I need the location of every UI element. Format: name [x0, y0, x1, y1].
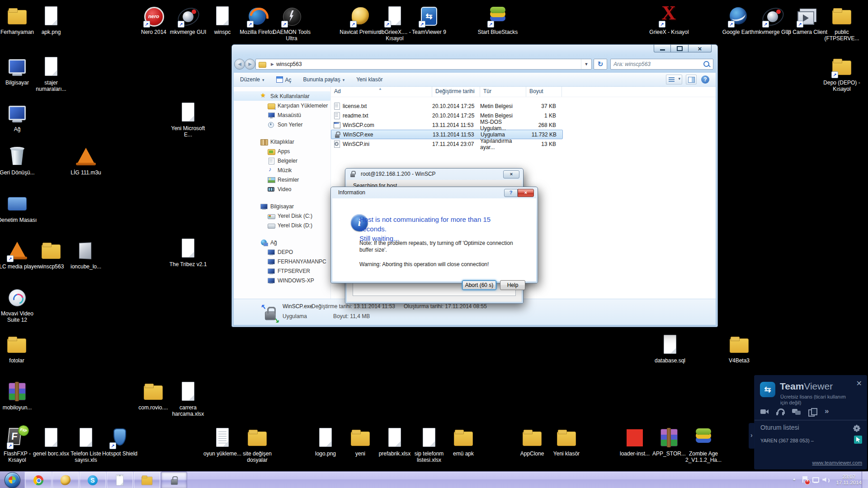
- desktop-icon[interactable]: DAEMON Tools Ultra: [270, 5, 313, 42]
- sidebar-item[interactable]: Resimler: [234, 175, 330, 184]
- desktop-icon[interactable]: apk.png: [29, 5, 73, 35]
- desktop-icon[interactable]: ioncube_lo...: [64, 239, 108, 270]
- taskbar-app[interactable]: [52, 472, 79, 488]
- sidebar-item[interactable]: DEPO: [234, 247, 330, 257]
- help-icon[interactable]: ?: [701, 75, 709, 84]
- column-header-type[interactable]: Tür: [480, 87, 526, 97]
- dialog-close-button[interactable]: ×: [518, 189, 534, 197]
- sidebar-item[interactable]: Belgeler: [234, 156, 330, 165]
- change-view-button[interactable]: [666, 75, 682, 84]
- column-header-size[interactable]: Boyut: [526, 87, 562, 97]
- desktop-icon[interactable]: TeamViewer 9: [407, 5, 451, 35]
- taskbar-app[interactable]: [80, 472, 106, 488]
- desktop-icon[interactable]: Geri Dönüşü...: [0, 145, 39, 176]
- teamviewer-close-icon[interactable]: ✕: [856, 379, 862, 388]
- sidebar-item[interactable]: FERHANYAMANPC: [234, 257, 330, 266]
- share-menu[interactable]: Bununla paylaş: [303, 76, 345, 83]
- abort-button[interactable]: Abort (60 s): [462, 280, 496, 290]
- sidebar-item[interactable]: Video: [234, 184, 330, 194]
- sidebar-item[interactable]: Son Yerler: [234, 120, 330, 129]
- clock[interactable]: 23:07 17.11.2014: [836, 474, 862, 486]
- desktop-icon[interactable]: The Tribez v2.1: [166, 237, 210, 267]
- desktop-icon[interactable]: database.sql: [648, 333, 692, 364]
- desktop-icon[interactable]: V4Beta3: [717, 333, 761, 364]
- open-button[interactable]: Aç: [276, 76, 292, 83]
- panel-collapse-tab[interactable]: [749, 423, 755, 449]
- maximize-button[interactable]: [671, 45, 688, 52]
- tray-expand-icon[interactable]: [791, 476, 798, 483]
- sidebar-item[interactable]: Yerel Disk (D:): [234, 221, 330, 230]
- new-folder-button[interactable]: Yeni klasör: [356, 76, 382, 83]
- sidebar-item[interactable]: Masaüstü: [234, 110, 330, 120]
- desktop-icon[interactable]: Denetim Masası: [0, 192, 39, 223]
- teamviewer-website-link[interactable]: www.teamviewer.com: [812, 460, 862, 465]
- file-row[interactable]: WinSCP.ini 17.11.2014 23:07 Yapılandırma…: [331, 139, 563, 149]
- desktop-icon[interactable]: Zombie Age 2_V1.1.2_Ha...: [682, 426, 725, 464]
- sidebar-item[interactable]: Karşıdan Yüklemeler: [234, 101, 330, 110]
- desktop-icon[interactable]: Movavi Video Suite 12: [0, 286, 39, 324]
- chat-icon[interactable]: [792, 408, 801, 415]
- sidebar-item[interactable]: Apps: [234, 146, 330, 156]
- desktop-icon[interactable]: fotolar: [0, 333, 38, 364]
- organize-menu[interactable]: Düzenle: [240, 76, 264, 83]
- sidebar-item[interactable]: Sık Kullanılanlar: [234, 91, 330, 101]
- minimize-button[interactable]: [654, 45, 671, 52]
- sidebar-item[interactable]: Kitaplıklar: [234, 137, 330, 146]
- desktop-icon[interactable]: Yeni Microsoft E...: [166, 101, 210, 138]
- desktop-icon[interactable]: Yeni klasör: [545, 426, 588, 457]
- breadcrumb[interactable]: winscp563: [276, 61, 302, 67]
- search-icon[interactable]: [702, 60, 711, 69]
- sidebar-item[interactable]: FTPSERVER: [234, 266, 330, 276]
- file-row[interactable]: readme.txt 20.10.2014 17:25 Metin Belges…: [331, 111, 563, 120]
- preview-pane-button[interactable]: [686, 75, 697, 84]
- close-button[interactable]: [688, 45, 712, 52]
- desktop-icon[interactable]: mobiloyun...: [0, 380, 39, 411]
- sidebar-item[interactable]: Ağ: [234, 238, 330, 247]
- sidebar-item[interactable]: Yerel Disk (C:): [234, 211, 330, 221]
- volume-icon[interactable]: [822, 476, 830, 484]
- taskbar-app[interactable]: [107, 472, 133, 488]
- desktop-icon[interactable]: stajer numaraları...: [29, 55, 73, 93]
- sidebar-item[interactable]: Müzik: [234, 165, 330, 175]
- column-header-name[interactable]: Ad▲: [331, 87, 432, 97]
- dialog-help-button[interactable]: ?: [504, 189, 518, 197]
- start-button[interactable]: [0, 472, 24, 488]
- help-button[interactable]: Help: [500, 280, 525, 290]
- desktop-icon[interactable]: Hotspot Shield: [98, 426, 142, 457]
- file-row[interactable]: license.txt 20.10.2014 17:25 Metin Belge…: [331, 101, 563, 111]
- taskbar-app[interactable]: [161, 472, 187, 488]
- back-button[interactable]: ◀: [234, 59, 245, 70]
- address-dropdown-icon[interactable]: ▼: [581, 59, 591, 69]
- search-input[interactable]: [611, 61, 702, 67]
- desktop-icon[interactable]: LİG 111.m3u: [64, 145, 108, 176]
- video-icon[interactable]: [760, 408, 769, 415]
- desktop-icon[interactable]: site değişen dosyalar: [236, 426, 279, 464]
- desktop-icon[interactable]: public (FTPSERVE...: [820, 5, 863, 42]
- winscp-close-button[interactable]: ×: [503, 170, 519, 178]
- action-center-icon[interactable]: [801, 476, 809, 484]
- winscp-dialog-titlebar[interactable]: root@192.168.1.200 - WinSCP ×: [345, 169, 523, 179]
- taskbar-app[interactable]: [25, 472, 52, 488]
- address-bar[interactable]: ▶ winscp563 ▼: [255, 59, 592, 70]
- refresh-button[interactable]: ↻: [594, 59, 607, 70]
- gear-icon[interactable]: [854, 426, 859, 431]
- desktop-icon[interactable]: Ağ: [0, 102, 39, 132]
- session-entry[interactable]: YAREN (367 288 053): [760, 438, 814, 443]
- desktop-icon[interactable]: GrieeX - Kısayol: [647, 5, 691, 35]
- show-desktop-button[interactable]: [862, 471, 868, 488]
- info-dialog-titlebar[interactable]: Information ? ×: [331, 187, 538, 198]
- taskbar-app[interactable]: [134, 472, 160, 488]
- file-row[interactable]: WinSCP.com 13.11.2014 11:53 MS-DOS Uygul…: [331, 120, 563, 130]
- file-row[interactable]: WinSCP.exe 13.11.2014 11:53 Uygulama 11.…: [331, 130, 563, 139]
- sidebar-item[interactable]: WINDOWS-XP: [234, 276, 330, 285]
- audio-icon[interactable]: [776, 408, 785, 415]
- network-icon[interactable]: [811, 476, 820, 484]
- forward-button[interactable]: ▶: [245, 59, 255, 70]
- desktop-icon[interactable]: carrera harcama.xlsx: [166, 380, 210, 418]
- sidebar-item[interactable]: Bilgisayar: [234, 202, 330, 211]
- desktop-icon[interactable]: emü apk: [442, 426, 485, 457]
- file-transfer-icon[interactable]: [808, 408, 817, 415]
- column-header-date[interactable]: Değiştirme tarihi: [432, 87, 480, 97]
- more-icon[interactable]: [824, 408, 833, 415]
- desktop-icon[interactable]: Start BlueStacks: [476, 5, 519, 35]
